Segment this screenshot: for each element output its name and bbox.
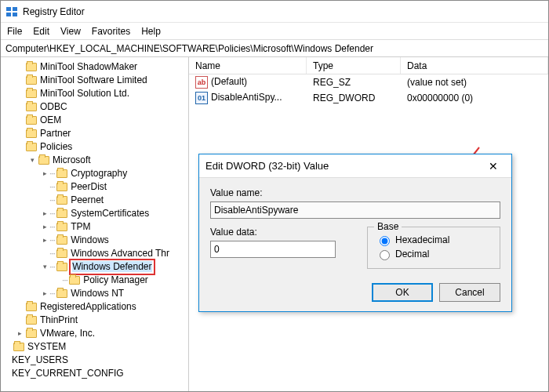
- folder-icon: [26, 103, 37, 111]
- tree-item-label: SystemCertificates: [71, 207, 149, 220]
- col-header-name[interactable]: Name: [189, 57, 307, 74]
- tree-item[interactable]: RegisteredApplications: [2, 300, 188, 314]
- folder-icon: [26, 316, 37, 325]
- col-header-type[interactable]: Type: [307, 57, 401, 74]
- folder-icon: [26, 143, 37, 151]
- chevron-down-icon[interactable]: ▾: [27, 154, 37, 167]
- tree-item[interactable]: ▸····TPM: [2, 220, 188, 234]
- folder-icon: [56, 196, 67, 205]
- tree-item[interactable]: ODBC: [2, 100, 188, 114]
- tree-pane[interactable]: MiniTool ShadowMakerMiniTool Software Li…: [1, 57, 189, 392]
- address-bar[interactable]: Computer\HKEY_LOCAL_MACHINE\SOFTWARE\Pol…: [1, 40, 548, 57]
- tree-item-label: OEM: [40, 114, 61, 127]
- tree-item-label: Windows: [71, 234, 109, 247]
- folder-icon: [56, 209, 67, 218]
- folder-icon: [56, 289, 67, 298]
- tree-item[interactable]: ▾····Windows Defender: [2, 260, 188, 274]
- value-name-field[interactable]: [210, 201, 500, 219]
- tree-item[interactable]: Partner: [2, 127, 188, 140]
- chevron-right-icon[interactable]: ▸: [40, 220, 49, 234]
- tree-item-label: Windows NT: [71, 287, 124, 300]
- tree-item[interactable]: OEM: [2, 114, 188, 127]
- tree-item-label: Cryptography: [71, 167, 127, 180]
- tree-item[interactable]: ▸VMware, Inc.: [2, 327, 188, 340]
- close-icon[interactable]: ✕: [482, 160, 505, 172]
- menu-file[interactable]: File: [7, 26, 22, 37]
- base-label: Base: [374, 221, 402, 232]
- folder-icon: [56, 183, 67, 191]
- tree-item[interactable]: ▸····Windows NT: [2, 287, 188, 300]
- tree-item-label: RegisteredApplications: [40, 300, 136, 314]
- tree-item[interactable]: ····Peernet: [2, 194, 188, 207]
- tree-item[interactable]: ▸····SystemCertificates: [2, 207, 188, 220]
- tree-item-label: Windows Defender: [72, 261, 151, 272]
- value-name-label: Value name:: [210, 187, 500, 198]
- tree-item[interactable]: ThinPrint: [2, 314, 188, 327]
- menu-edit[interactable]: Edit: [33, 26, 49, 37]
- radio-hexadecimal[interactable]: Hexadecimal: [376, 234, 492, 246]
- dialog-title: Edit DWORD (32-bit) Value: [205, 160, 329, 172]
- menu-view[interactable]: View: [60, 26, 81, 37]
- radio-dec-input[interactable]: [380, 250, 390, 260]
- svg-rect-2: [6, 13, 11, 16]
- chevron-right-icon[interactable]: ▸: [40, 234, 49, 247]
- tree-item[interactable]: ····PeerDist: [2, 180, 188, 194]
- folder-icon: [56, 236, 67, 245]
- address-text: Computer\HKEY_LOCAL_MACHINE\SOFTWARE\Pol…: [5, 43, 373, 54]
- dialog-titlebar: Edit DWORD (32-bit) Value ✕: [199, 154, 511, 178]
- tree-item[interactable]: SYSTEM: [2, 340, 188, 354]
- folder-icon: [26, 129, 37, 138]
- tree-item[interactable]: ····Policy Manager: [2, 274, 188, 287]
- cancel-button[interactable]: Cancel: [439, 283, 500, 302]
- list-header: Name Type Data: [189, 57, 548, 74]
- folder-icon: [69, 276, 80, 285]
- tree-item[interactable]: Policies: [2, 140, 188, 154]
- tree-item-label: VMware, Inc.: [40, 327, 95, 340]
- string-value-icon: ab: [195, 76, 208, 89]
- tree-item-label: PeerDist: [71, 180, 107, 194]
- col-header-data[interactable]: Data: [401, 57, 548, 74]
- titlebar: Registry Editor: [1, 1, 548, 23]
- value-data-label: Value data:: [210, 227, 353, 238]
- chevron-right-icon[interactable]: ▸: [40, 167, 49, 180]
- radio-decimal[interactable]: Decimal: [376, 248, 492, 260]
- value-data-field[interactable]: [210, 241, 336, 258]
- svg-rect-1: [13, 7, 17, 11]
- tree-item[interactable]: MiniTool Software Limited: [2, 74, 188, 87]
- tree-item-label: Microsoft: [53, 154, 91, 167]
- tree-item[interactable]: ▸····Windows: [2, 234, 188, 247]
- folder-icon: [26, 89, 37, 98]
- folder-icon: [26, 76, 37, 85]
- tree-item-label: TPM: [71, 220, 90, 234]
- tree-item-label: Peernet: [71, 194, 104, 207]
- folder-icon: [56, 263, 67, 271]
- svg-rect-3: [13, 13, 17, 16]
- edit-dword-dialog: Edit DWORD (32-bit) Value ✕ Value name: …: [198, 154, 512, 312]
- tree-item-label: MiniTool Solution Ltd.: [40, 87, 129, 100]
- folder-icon: [26, 63, 37, 71]
- list-row[interactable]: ab(Default)REG_SZ(value not set): [189, 74, 548, 90]
- tree-item[interactable]: ▸····Cryptography: [2, 167, 188, 180]
- tree-item[interactable]: MiniTool Solution Ltd.: [2, 87, 188, 100]
- tree-item-label: MiniTool Software Limited: [40, 74, 147, 87]
- tree-item[interactable]: ▾Microsoft: [2, 154, 188, 167]
- list-row[interactable]: 01DisableAntiSpy...REG_DWORD0x00000000 (…: [189, 90, 548, 106]
- registry-editor-window: Registry Editor File Edit View Favorites…: [0, 0, 549, 392]
- chevron-right-icon[interactable]: ▸: [40, 207, 49, 220]
- folder-icon: [38, 156, 49, 165]
- tree-item-label: Policy Manager: [83, 274, 148, 287]
- menu-help[interactable]: Help: [141, 26, 161, 37]
- folder-icon: [56, 169, 67, 178]
- tree-item[interactable]: KEY_CURRENT_CONFIG: [2, 367, 188, 380]
- chevron-right-icon[interactable]: ▸: [15, 327, 24, 340]
- ok-button[interactable]: OK: [372, 283, 433, 302]
- folder-icon: [26, 116, 37, 125]
- tree-item[interactable]: MiniTool ShadowMaker: [2, 60, 188, 74]
- radio-hex-input[interactable]: [380, 236, 390, 246]
- chevron-right-icon[interactable]: ▸: [40, 287, 49, 300]
- tree-item[interactable]: KEY_USERS: [2, 354, 188, 367]
- folder-icon: [13, 343, 24, 351]
- tree-item-label: Partner: [40, 127, 71, 140]
- chevron-down-icon[interactable]: ▾: [40, 260, 49, 274]
- menu-favorites[interactable]: Favorites: [92, 26, 130, 37]
